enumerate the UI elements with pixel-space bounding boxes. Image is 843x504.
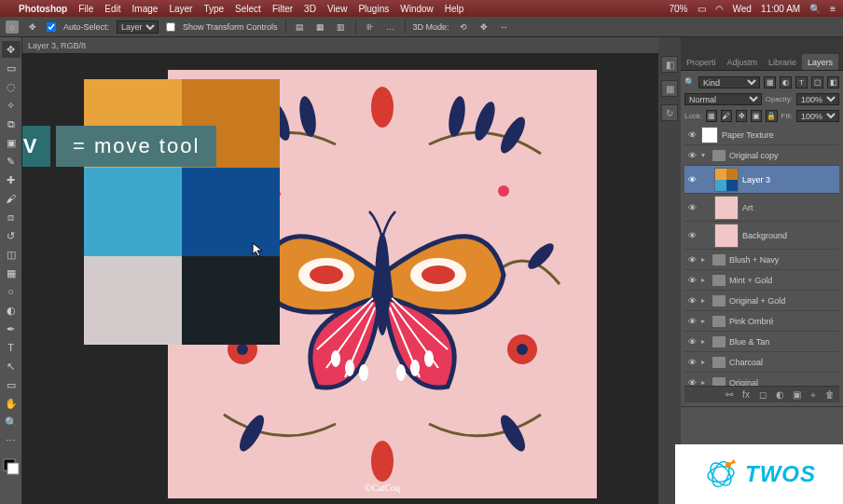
menu-filter[interactable]: Filter (272, 4, 293, 14)
layer-name[interactable]: Background (742, 231, 787, 240)
layer-row[interactable]: 👁▸Mint + Gold (684, 270, 839, 291)
marquee-tool[interactable]: ▭ (2, 60, 21, 76)
visibility-toggle[interactable]: 👁 (686, 276, 698, 285)
layer-name[interactable]: Art (742, 203, 753, 212)
opacity-value[interactable]: 100% (796, 93, 839, 105)
layer-name[interactable]: Original + Gold (729, 296, 785, 306)
eyedropper-tool[interactable]: ✎ (2, 153, 21, 170)
lock-artboard-icon[interactable]: ▣ (751, 110, 762, 122)
menu-edit[interactable]: Edit (104, 4, 120, 14)
layer-name[interactable]: Blush + Navy (729, 255, 779, 265)
3d-pan-icon[interactable]: ✥ (477, 20, 491, 34)
chevron-icon[interactable]: ▸ (701, 255, 709, 264)
menu-image[interactable]: Image (132, 4, 159, 14)
fill-value[interactable]: 100% (796, 110, 839, 122)
swatch-layer[interactable] (84, 79, 280, 345)
layer-row[interactable]: 👁▸Charcoal (684, 352, 839, 373)
chevron-icon[interactable]: ▸ (701, 378, 709, 386)
align-left-icon[interactable]: ▤ (294, 20, 307, 34)
chevron-icon[interactable]: ▸ (701, 296, 709, 305)
type-tool[interactable]: T (2, 339, 21, 356)
lasso-tool[interactable]: ◌ (2, 78, 21, 95)
home-icon[interactable]: ⌂ (6, 20, 19, 34)
visibility-toggle[interactable]: 👁 (686, 203, 698, 212)
tab-properties[interactable]: Properti (681, 54, 722, 70)
layer-name[interactable]: Mint + Gold (729, 276, 772, 285)
filter-smart-icon[interactable]: ◧ (827, 76, 839, 89)
dock-color-icon[interactable]: ◧ (661, 56, 678, 73)
new-layer-icon[interactable]: ＋ (808, 389, 819, 401)
menu-help[interactable]: Help (445, 4, 464, 14)
filter-pixel-icon[interactable]: ▦ (764, 76, 776, 89)
edit-toolbar[interactable]: ⋯ (2, 432, 21, 449)
layer-row[interactable]: 👁Layer 3 (684, 166, 839, 194)
search-icon[interactable]: 🔍 (684, 77, 695, 87)
menu-file[interactable]: File (78, 4, 93, 14)
align-center-icon[interactable]: ▦ (314, 20, 327, 34)
layer-row[interactable]: 👁▸Original (684, 373, 839, 386)
tab-layers[interactable]: Layers (802, 54, 838, 70)
align-right-icon[interactable]: ▥ (335, 20, 348, 34)
chevron-icon[interactable]: ▸ (701, 358, 709, 366)
layer-name[interactable]: Blue & Tan (729, 337, 769, 347)
auto-select-dropdown[interactable]: Layer (117, 20, 159, 34)
menu-window[interactable]: Window (400, 4, 434, 14)
move-tool[interactable]: ✥ (2, 41, 21, 58)
layer-row[interactable]: 👁▸Pink Ombré (684, 311, 839, 332)
pen-tool[interactable]: ✒ (2, 320, 21, 337)
tab-adjustments[interactable]: Adjustm (722, 54, 764, 70)
layer-fx-icon[interactable]: fx (740, 389, 752, 401)
dodge-tool[interactable]: ◐ (2, 302, 21, 319)
menu-layer[interactable]: Layer (169, 4, 192, 14)
menu-select[interactable]: Select (235, 4, 261, 14)
search-icon[interactable]: 🔍 (809, 4, 821, 14)
new-group-icon[interactable]: ▣ (791, 389, 802, 401)
layer-row[interactable]: 👁Art (684, 194, 839, 222)
frame-tool[interactable]: ▣ (2, 134, 21, 151)
history-brush-tool[interactable]: ↺ (2, 227, 21, 244)
layer-name[interactable]: Layer 3 (742, 175, 770, 184)
canvas[interactable]: ©CatCoq V = move tool (121, 61, 615, 505)
visibility-toggle[interactable]: 👁 (686, 378, 698, 387)
stamp-tool[interactable]: ⧈ (2, 209, 21, 225)
layer-row[interactable]: 👁▸Blush + Navy (684, 250, 839, 270)
menu-type[interactable]: Type (203, 4, 224, 14)
link-layers-icon[interactable]: ⚯ (724, 389, 735, 401)
layer-name[interactable]: Pink Ombré (729, 317, 774, 326)
layer-name[interactable]: Paper Texture (722, 130, 774, 140)
wand-tool[interactable]: ✧ (2, 97, 21, 114)
menu-view[interactable]: View (327, 4, 348, 14)
visibility-toggle[interactable]: 👁 (686, 151, 698, 160)
tab-paths[interactable]: Paths (838, 54, 843, 70)
layer-row[interactable]: 👁Paper Texture (684, 125, 839, 145)
menu-plugins[interactable]: Plugins (358, 4, 389, 14)
filter-adj-icon[interactable]: ◐ (780, 76, 792, 89)
dock-history-icon[interactable]: ↻ (661, 104, 678, 121)
eraser-tool[interactable]: ◫ (2, 246, 21, 263)
chevron-icon[interactable]: ▸ (701, 317, 709, 325)
auto-select-checkbox[interactable] (47, 22, 56, 32)
document-tab[interactable]: Layer 3, RGB/8 (22, 37, 658, 54)
tab-libraries[interactable]: Librarie (763, 54, 802, 70)
visibility-toggle[interactable]: 👁 (686, 296, 698, 306)
3d-slide-icon[interactable]: ↔ (498, 20, 511, 34)
heal-tool[interactable]: ✚ (2, 171, 21, 188)
app-name[interactable]: Photoshop (19, 4, 67, 14)
zoom-tool[interactable]: 🔍 (2, 414, 21, 430)
layer-row[interactable]: 👁▸Original + Gold (684, 291, 839, 311)
visibility-toggle[interactable]: 👁 (686, 231, 698, 240)
distribute-icon[interactable]: ⊪ (364, 20, 377, 34)
lock-all-icon[interactable]: 🔒 (766, 110, 777, 122)
3d-orbit-icon[interactable]: ⟲ (457, 20, 470, 34)
visibility-toggle[interactable]: 👁 (686, 317, 698, 326)
hand-tool[interactable]: ✋ (2, 395, 21, 412)
visibility-toggle[interactable]: 👁 (686, 130, 698, 140)
show-transform-checkbox[interactable] (166, 22, 175, 32)
layer-name[interactable]: Original copy (729, 151, 779, 160)
shape-tool[interactable]: ▭ (2, 376, 21, 393)
layer-kind-filter[interactable]: Kind (698, 76, 760, 89)
blend-mode-dropdown[interactable]: Normal (684, 93, 762, 105)
more-align-icon[interactable]: … (384, 20, 397, 34)
gradient-tool[interactable]: ▦ (2, 265, 21, 281)
chevron-icon[interactable]: ▸ (701, 276, 709, 284)
